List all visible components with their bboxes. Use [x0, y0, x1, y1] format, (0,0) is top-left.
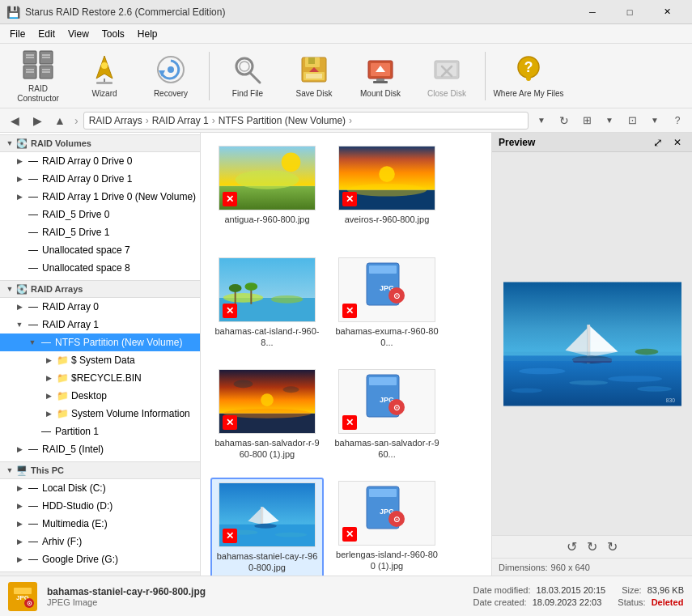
tree-item-raid-array-1[interactable]: ▼ — RAID Array 1 [0, 316, 200, 333]
preview-expand-button[interactable]: ⤢ [650, 136, 666, 149]
tree-item-system-data[interactable]: ▶ 📁 $ System Data [0, 351, 200, 369]
tree-item-unallocated-7[interactable]: ▶ — Unallocated space 7 [0, 241, 200, 259]
file-item-3[interactable]: ✕ bahamas-cat-island-r-960-8... [210, 254, 324, 359]
section-expand-found-disks[interactable]: ▼ [3, 574, 16, 576]
preview-image: 830 [503, 279, 681, 409]
expand-icon: ▶ [13, 190, 26, 203]
rotate-180-button[interactable]: ↻ [587, 539, 597, 554]
file-item-6[interactable]: JPG ⊙ ✕ bahamas-san-salvador-r-960... [330, 366, 444, 471]
file-item-2[interactable]: ✕ aveiros-r-960-800.jpg [330, 142, 444, 248]
rotate-cw-button[interactable]: ↻ [607, 539, 618, 554]
tree-item-google-drive-g[interactable]: ▶ — Google Drive (G:) [0, 550, 200, 568]
tree-item-raid-array-1-drive-0[interactable]: ▶ — RAID Array 1 Drive 0 (New Volume) [0, 188, 200, 206]
menu-help[interactable]: Help [131, 26, 164, 42]
tree-item-hdd-studio-d[interactable]: ▶ — HDD-Studio (D:) [0, 497, 200, 515]
file-thumb-6: JPG ⊙ ✕ [338, 369, 435, 434]
hdd-icon: — [26, 482, 40, 495]
expand-icon: ▼ [26, 336, 39, 349]
filter-down-button[interactable]: ▼ [600, 111, 619, 130]
save-disk-button[interactable]: Save Disk [282, 47, 346, 105]
tree-item-arhiv-f[interactable]: ▶ — Arhiv (F:) [0, 533, 200, 550]
file-item-4[interactable]: JPG ⊙ ✕ bahamas-exuma-r-960-800... [330, 254, 444, 359]
dimensions-value: 960 x 640 [551, 563, 590, 572]
svg-rect-32 [373, 81, 388, 83]
up-button[interactable]: ▲ [50, 111, 70, 130]
tree-item-ntfs-partition[interactable]: ▼ — NTFS Partition (New Volume) [0, 333, 200, 351]
tree-item-raid5-intel[interactable]: ▶ — RAID_5 (Intel) [0, 440, 200, 458]
mount-disk-button[interactable]: Mount Disk [349, 47, 412, 105]
svg-rect-81 [369, 489, 397, 497]
section-expand-raid-arrays[interactable]: ▼ [3, 283, 16, 295]
file-item-1[interactable]: ✕ antigua-r-960-800.jpg [210, 142, 324, 248]
deleted-marker-6: ✕ [342, 415, 357, 430]
app-icon: 💾 [6, 6, 20, 19]
folder-icon: 📁 [55, 372, 70, 384]
preview-header: Preview ⤢ ✕ [492, 133, 692, 152]
recovery-button[interactable]: Recovery [139, 47, 202, 105]
path-part-0[interactable]: RAID Arrays [89, 115, 142, 126]
section-expand-this-pc[interactable]: ▼ [3, 464, 16, 477]
close-disk-button[interactable]: Close Disk [415, 47, 478, 105]
svg-point-77 [254, 524, 277, 529]
help-button[interactable]: ? [668, 111, 687, 130]
file-name-7: bahamas-staniel-cay-r-960-800.jpg [215, 550, 319, 574]
tree-item-raid-array-0-drive-0[interactable]: ▶ — RAID Array 0 Drive 0 [0, 152, 200, 170]
hdd-icon: — [26, 535, 40, 548]
file-name-5: bahamas-san-salvador-r-960-800 (1).jpg [214, 437, 320, 461]
path-part-2[interactable]: NTFS Partition (New Volume) [219, 115, 346, 126]
tree-item-recycle-bin[interactable]: ▶ 📁 $RECYCLE.BIN [0, 369, 200, 387]
rotate-ccw-button[interactable]: ↺ [567, 539, 577, 554]
tree-item-unallocated-8[interactable]: ▶ — Unallocated space 8 [0, 259, 200, 277]
menu-view[interactable]: View [62, 26, 96, 42]
wizard-button[interactable]: Wizard [73, 47, 136, 105]
tree-item-raid-array-0-drive-1[interactable]: ▶ — RAID Array 0 Drive 1 [0, 170, 200, 188]
menu-edit[interactable]: Edit [32, 26, 62, 42]
view-button[interactable]: ⊡ [622, 111, 642, 130]
preview-dimensions-bar: Dimensions: 960 x 640 [492, 558, 692, 576]
path-dropdown-button[interactable]: ▼ [532, 111, 551, 130]
size-item: Size: 83,96 KB [622, 585, 684, 595]
expand-icon: ▶ [13, 155, 26, 168]
status-meta-row-2: Date created: 18.09.2023 22:03 Status: D… [473, 597, 684, 607]
preview-close-button[interactable]: ✕ [669, 136, 686, 149]
raid-constructor-button[interactable]: RAID Constructor [6, 47, 70, 105]
close-button[interactable]: ✕ [648, 0, 686, 24]
svg-text:⊙: ⊙ [393, 403, 400, 412]
tree-item-local-disk-c[interactable]: ▶ — Local Disk (C:) [0, 479, 200, 497]
file-name-2: aveiros-r-960-800.jpg [345, 214, 430, 225]
file-item-8[interactable]: JPG ⊙ ✕ berlengas-island-r-960-800 (1).j… [330, 478, 444, 576]
filter-button[interactable]: ⊞ [577, 111, 596, 130]
tree-item-sys-vol-info[interactable]: ▶ 📁 System Volume Information [0, 405, 200, 423]
view-down-button[interactable]: ▼ [645, 111, 664, 130]
file-item-5[interactable]: ✕ bahamas-san-salvador-r-960-800 (1).jpg [210, 366, 324, 471]
tree-item-raid-array-0[interactable]: ▶ — RAID Array 0 [0, 298, 200, 316]
back-button[interactable]: ◀ [5, 111, 24, 130]
window-controls: ─ □ ✕ [574, 0, 686, 24]
maximize-button[interactable]: □ [611, 0, 648, 24]
raid-constructor-icon [22, 49, 54, 81]
tree-item-partition-1[interactable]: ▶ — Partition 1 [0, 423, 200, 440]
minimize-button[interactable]: ─ [574, 0, 611, 24]
tree-item-multimedia-e[interactable]: ▶ — Multimedia (E:) [0, 515, 200, 533]
hdd-icon: — [26, 190, 40, 203]
menu-file[interactable]: File [3, 26, 32, 42]
svg-point-13 [101, 62, 108, 69]
find-file-button[interactable]: Find File [216, 47, 279, 105]
hdd-icon: — [26, 499, 40, 512]
tree-item-desktop[interactable]: ▶ 📁 Desktop [0, 387, 200, 405]
dimensions-label: Dimensions: [499, 563, 548, 572]
section-found-disks: ▼ 💽 Found Disks ▶ — Local Disk 0 ▶ — Loc… [0, 571, 200, 576]
forward-button[interactable]: ▶ [28, 111, 47, 130]
where-are-my-files-button[interactable]: ? Where Are My Files [492, 47, 565, 105]
tree-item-raid5-drive-1[interactable]: ▶ — RAID_5 Drive 1 [0, 223, 200, 241]
menu-tools[interactable]: Tools [96, 26, 131, 42]
address-path[interactable]: RAID Arrays › RAID Array 1 › NTFS Partit… [83, 112, 529, 130]
svg-point-53 [229, 284, 242, 292]
refresh-button[interactable]: ↻ [554, 111, 574, 130]
section-expand-raid-volumes[interactable]: ▼ [3, 137, 16, 150]
path-part-1[interactable]: RAID Array 1 [152, 115, 209, 126]
tree-item-raid5-drive-0[interactable]: ▶ — RAID_5 Drive 0 [0, 206, 200, 223]
save-disk-label: Save Disk [295, 89, 332, 98]
svg-point-64 [261, 393, 274, 406]
file-item-7[interactable]: ✕ bahamas-staniel-cay-r-960-800.jpg [210, 478, 324, 576]
